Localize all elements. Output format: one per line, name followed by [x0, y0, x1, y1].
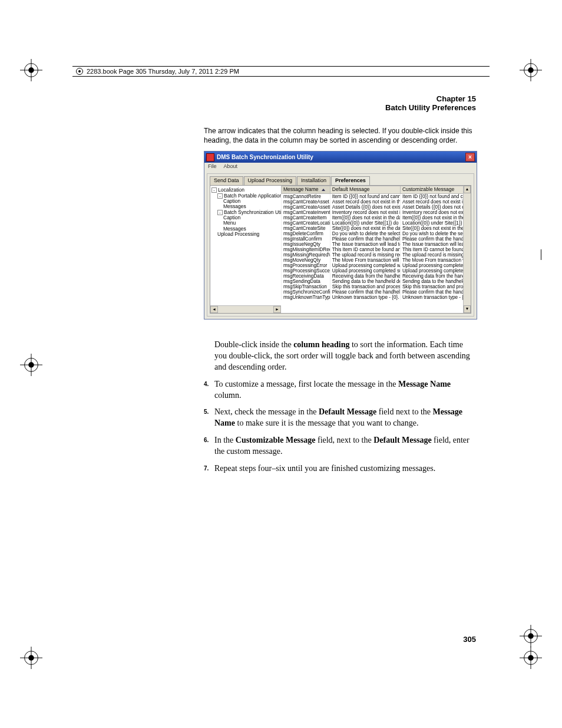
app-icon — [206, 153, 214, 162]
chapter-header: Chapter 15 Batch Utility Preferences — [204, 94, 476, 112]
binder-ring-icon — [76, 68, 83, 75]
col-customizable-message[interactable]: Customizable Message — [400, 186, 470, 193]
app-window: DMS Batch Synchronization Utility × File… — [204, 151, 477, 319]
tree-node[interactable]: -Batch Portable Application — [211, 193, 282, 199]
chapter-number: Chapter 15 — [204, 94, 476, 103]
tree-expander-icon[interactable]: - — [217, 210, 223, 215]
tree-node[interactable]: -Batch Synchronization Utility — [211, 210, 282, 215]
step-item: 6.In the Customizable Message field, nex… — [214, 435, 477, 457]
tree-hscrollbar[interactable]: ◄ ► — [210, 305, 281, 313]
scroll-down-icon[interactable]: ▼ — [464, 305, 471, 313]
table-row[interactable]: msgProcessingSuccessfulUpload processing… — [282, 268, 471, 274]
table-row[interactable]: msgMissingItemIDRequirThis Item ID canno… — [282, 247, 471, 252]
menu-file[interactable]: File — [208, 163, 217, 169]
tab-strip: Send Data Upload Processing Installation… — [210, 176, 471, 185]
step-item: 5.Next, check the message in the Default… — [214, 407, 477, 429]
col-message-name[interactable]: Message Name — [282, 186, 330, 193]
table-row[interactable]: msgCantCreateSiteSite({0}) does not exis… — [282, 226, 471, 231]
step-number: 5. — [204, 408, 209, 416]
tree-node[interactable]: Upload Processing — [211, 232, 282, 237]
table-row[interactable]: msgDeleteConfirmDo you wish to delete th… — [282, 231, 471, 236]
table-row[interactable]: msgProcessingErrorUpload processing comp… — [282, 263, 471, 268]
tab-upload-processing[interactable]: Upload Processing — [244, 176, 297, 185]
step-number: 6. — [204, 436, 209, 444]
step-number: 4. — [204, 380, 209, 388]
tree-node[interactable]: Menu — [211, 220, 282, 226]
callout-text: The arrow indicates that the column head… — [204, 126, 476, 145]
regmark-icon — [520, 59, 542, 81]
step-item: 4.To customize a message, first locate t… — [214, 379, 477, 401]
menubar: File About — [204, 163, 477, 171]
table-row[interactable]: msgSendingDataSending data to the handhe… — [282, 279, 471, 284]
close-icon[interactable]: × — [465, 153, 475, 162]
book-header-text: 2283.book Page 305 Thursday, July 7, 201… — [87, 68, 239, 75]
table-row[interactable]: msgInstallConfirmPlease confirm that the… — [282, 236, 471, 242]
table-row[interactable]: msgIssueNegQtyThe Issue transaction will… — [282, 242, 471, 247]
table-row[interactable]: msgMoveNegQtyThe Move From transaction w… — [282, 258, 471, 263]
table-row[interactable]: msgCannotRetireItem ID ({0}) not found a… — [282, 193, 471, 199]
chapter-title: Batch Utility Preferences — [204, 103, 476, 112]
tree-expander-icon[interactable]: - — [211, 187, 217, 193]
regmark-icon — [20, 354, 42, 376]
step-item: 7.Repeat steps four–six until you are fi… — [214, 463, 477, 475]
tab-installation[interactable]: Installation — [297, 176, 330, 185]
tab-preferences[interactable]: Preferences — [331, 176, 370, 185]
tree-expander-icon[interactable]: - — [217, 193, 223, 199]
body-text: Double-click inside the column heading t… — [214, 340, 477, 480]
book-running-header: 2283.book Page 305 Thursday, July 7, 201… — [72, 66, 490, 77]
titlebar: DMS Batch Synchronization Utility × — [204, 151, 477, 163]
step-number: 7. — [204, 465, 209, 473]
regmark-icon — [20, 647, 42, 669]
regmark-icon — [520, 647, 542, 669]
table-row[interactable]: msgCantCreateAssetAsset record does not … — [282, 199, 471, 205]
sort-arrow-icon — [322, 189, 325, 191]
tree-node[interactable]: Caption — [211, 215, 282, 220]
table-row[interactable]: msgUnknownTranTypeUnknown transaction ty… — [282, 295, 471, 300]
grid-vscrollbar[interactable]: ▲ ▼ — [463, 186, 471, 313]
table-row[interactable]: msgCantCreateItemItem({0}) does not exis… — [282, 215, 471, 220]
menu-about[interactable]: About — [224, 163, 238, 169]
table-row[interactable]: msgCantCreateLocationLocation({0}) under… — [282, 220, 471, 226]
table-row[interactable]: msgMissingRequiredValuThe upload record … — [282, 252, 471, 258]
table-row[interactable]: msgCantCreateAssetDetaiAsset Details ({0… — [282, 205, 471, 210]
window-title: DMS Batch Synchronization Utility — [217, 154, 313, 160]
col-default-message[interactable]: Default Message — [330, 186, 400, 193]
tree-node[interactable]: Caption — [211, 199, 282, 204]
table-row[interactable]: msgSkipTransactionSkip this transaction … — [282, 284, 471, 289]
tab-send-data[interactable]: Send Data — [210, 176, 243, 185]
nav-tree[interactable]: -Localization-Batch Portable Application… — [210, 186, 284, 305]
page-number: 305 — [463, 635, 476, 644]
scroll-up-icon[interactable]: ▲ — [464, 186, 471, 193]
regmark-icon — [20, 59, 42, 81]
table-row[interactable]: msgCantCreateInventoryInventory record d… — [282, 210, 471, 215]
intro-paragraph: Double-click inside the column heading t… — [214, 340, 477, 373]
callout-leader-line — [541, 249, 541, 260]
scroll-left-icon[interactable]: ◄ — [210, 306, 218, 313]
regmark-icon — [520, 625, 542, 647]
scroll-right-icon[interactable]: ► — [273, 306, 281, 313]
table-row[interactable]: msgSynchronizeConfirmPlease confirm that… — [282, 289, 471, 295]
table-row[interactable]: msgReceivingDataReceiving data from the … — [282, 274, 471, 279]
message-grid: Message Name Default Message Customizabl… — [281, 186, 471, 313]
